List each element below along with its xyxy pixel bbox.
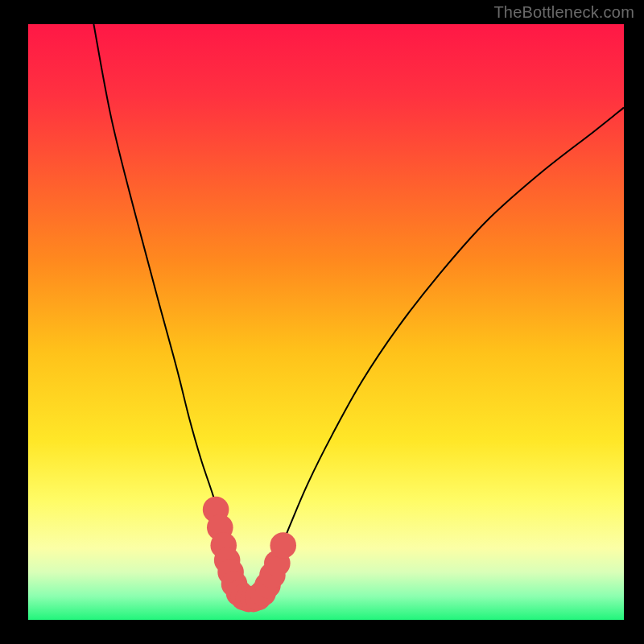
chart-svg (28, 24, 624, 620)
marker-dot (270, 532, 296, 559)
plot-area (28, 24, 624, 620)
gradient-background (28, 24, 624, 620)
chart-frame: TheBottleneck.com (0, 0, 644, 644)
watermark-text: TheBottleneck.com (493, 3, 634, 22)
